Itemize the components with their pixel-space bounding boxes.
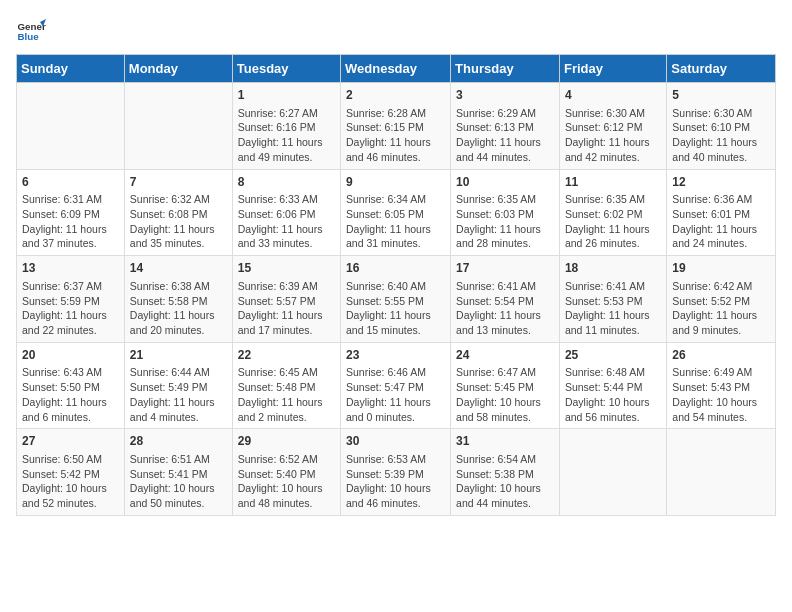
- day-info: Sunrise: 6:45 AM Sunset: 5:48 PM Dayligh…: [238, 365, 335, 424]
- day-info: Sunrise: 6:52 AM Sunset: 5:40 PM Dayligh…: [238, 452, 335, 511]
- calendar-cell: 22Sunrise: 6:45 AM Sunset: 5:48 PM Dayli…: [232, 342, 340, 429]
- calendar-cell: 9Sunrise: 6:34 AM Sunset: 6:05 PM Daylig…: [341, 169, 451, 256]
- day-number: 17: [456, 260, 554, 277]
- day-info: Sunrise: 6:54 AM Sunset: 5:38 PM Dayligh…: [456, 452, 554, 511]
- day-info: Sunrise: 6:47 AM Sunset: 5:45 PM Dayligh…: [456, 365, 554, 424]
- day-number: 5: [672, 87, 770, 104]
- day-number: 24: [456, 347, 554, 364]
- day-number: 11: [565, 174, 661, 191]
- day-number: 16: [346, 260, 445, 277]
- calendar-cell: [17, 83, 125, 170]
- day-info: Sunrise: 6:35 AM Sunset: 6:03 PM Dayligh…: [456, 192, 554, 251]
- calendar-cell: 10Sunrise: 6:35 AM Sunset: 6:03 PM Dayli…: [451, 169, 560, 256]
- day-number: 2: [346, 87, 445, 104]
- day-info: Sunrise: 6:28 AM Sunset: 6:15 PM Dayligh…: [346, 106, 445, 165]
- day-number: 9: [346, 174, 445, 191]
- day-info: Sunrise: 6:30 AM Sunset: 6:10 PM Dayligh…: [672, 106, 770, 165]
- calendar-cell: 4Sunrise: 6:30 AM Sunset: 6:12 PM Daylig…: [559, 83, 666, 170]
- day-info: Sunrise: 6:40 AM Sunset: 5:55 PM Dayligh…: [346, 279, 445, 338]
- calendar-cell: 29Sunrise: 6:52 AM Sunset: 5:40 PM Dayli…: [232, 429, 340, 516]
- day-info: Sunrise: 6:50 AM Sunset: 5:42 PM Dayligh…: [22, 452, 119, 511]
- day-number: 23: [346, 347, 445, 364]
- day-info: Sunrise: 6:41 AM Sunset: 5:53 PM Dayligh…: [565, 279, 661, 338]
- day-number: 22: [238, 347, 335, 364]
- calendar-table: SundayMondayTuesdayWednesdayThursdayFrid…: [16, 54, 776, 516]
- day-number: 15: [238, 260, 335, 277]
- day-number: 25: [565, 347, 661, 364]
- day-number: 4: [565, 87, 661, 104]
- day-info: Sunrise: 6:31 AM Sunset: 6:09 PM Dayligh…: [22, 192, 119, 251]
- calendar-cell: 26Sunrise: 6:49 AM Sunset: 5:43 PM Dayli…: [667, 342, 776, 429]
- day-number: 20: [22, 347, 119, 364]
- column-header-saturday: Saturday: [667, 55, 776, 83]
- day-number: 29: [238, 433, 335, 450]
- page-header: General Blue: [16, 16, 776, 46]
- day-info: Sunrise: 6:33 AM Sunset: 6:06 PM Dayligh…: [238, 192, 335, 251]
- calendar-cell: 2Sunrise: 6:28 AM Sunset: 6:15 PM Daylig…: [341, 83, 451, 170]
- calendar-cell: 24Sunrise: 6:47 AM Sunset: 5:45 PM Dayli…: [451, 342, 560, 429]
- calendar-cell: 17Sunrise: 6:41 AM Sunset: 5:54 PM Dayli…: [451, 256, 560, 343]
- calendar-cell: 8Sunrise: 6:33 AM Sunset: 6:06 PM Daylig…: [232, 169, 340, 256]
- day-info: Sunrise: 6:38 AM Sunset: 5:58 PM Dayligh…: [130, 279, 227, 338]
- calendar-cell: 25Sunrise: 6:48 AM Sunset: 5:44 PM Dayli…: [559, 342, 666, 429]
- svg-text:Blue: Blue: [18, 31, 40, 42]
- day-number: 6: [22, 174, 119, 191]
- calendar-cell: [667, 429, 776, 516]
- calendar-cell: 6Sunrise: 6:31 AM Sunset: 6:09 PM Daylig…: [17, 169, 125, 256]
- day-number: 28: [130, 433, 227, 450]
- calendar-cell: 1Sunrise: 6:27 AM Sunset: 6:16 PM Daylig…: [232, 83, 340, 170]
- day-info: Sunrise: 6:48 AM Sunset: 5:44 PM Dayligh…: [565, 365, 661, 424]
- calendar-cell: 23Sunrise: 6:46 AM Sunset: 5:47 PM Dayli…: [341, 342, 451, 429]
- day-number: 26: [672, 347, 770, 364]
- calendar-cell: 5Sunrise: 6:30 AM Sunset: 6:10 PM Daylig…: [667, 83, 776, 170]
- calendar-week-row: 13Sunrise: 6:37 AM Sunset: 5:59 PM Dayli…: [17, 256, 776, 343]
- day-info: Sunrise: 6:27 AM Sunset: 6:16 PM Dayligh…: [238, 106, 335, 165]
- day-info: Sunrise: 6:53 AM Sunset: 5:39 PM Dayligh…: [346, 452, 445, 511]
- calendar-week-row: 20Sunrise: 6:43 AM Sunset: 5:50 PM Dayli…: [17, 342, 776, 429]
- column-header-thursday: Thursday: [451, 55, 560, 83]
- day-number: 7: [130, 174, 227, 191]
- calendar-header-row: SundayMondayTuesdayWednesdayThursdayFrid…: [17, 55, 776, 83]
- day-number: 13: [22, 260, 119, 277]
- day-number: 10: [456, 174, 554, 191]
- calendar-cell: 28Sunrise: 6:51 AM Sunset: 5:41 PM Dayli…: [124, 429, 232, 516]
- day-info: Sunrise: 6:42 AM Sunset: 5:52 PM Dayligh…: [672, 279, 770, 338]
- day-info: Sunrise: 6:34 AM Sunset: 6:05 PM Dayligh…: [346, 192, 445, 251]
- day-info: Sunrise: 6:51 AM Sunset: 5:41 PM Dayligh…: [130, 452, 227, 511]
- calendar-week-row: 6Sunrise: 6:31 AM Sunset: 6:09 PM Daylig…: [17, 169, 776, 256]
- calendar-cell: 16Sunrise: 6:40 AM Sunset: 5:55 PM Dayli…: [341, 256, 451, 343]
- calendar-cell: 11Sunrise: 6:35 AM Sunset: 6:02 PM Dayli…: [559, 169, 666, 256]
- calendar-cell: 21Sunrise: 6:44 AM Sunset: 5:49 PM Dayli…: [124, 342, 232, 429]
- calendar-cell: [124, 83, 232, 170]
- day-info: Sunrise: 6:32 AM Sunset: 6:08 PM Dayligh…: [130, 192, 227, 251]
- day-number: 30: [346, 433, 445, 450]
- calendar-cell: 19Sunrise: 6:42 AM Sunset: 5:52 PM Dayli…: [667, 256, 776, 343]
- column-header-friday: Friday: [559, 55, 666, 83]
- calendar-week-row: 27Sunrise: 6:50 AM Sunset: 5:42 PM Dayli…: [17, 429, 776, 516]
- day-info: Sunrise: 6:30 AM Sunset: 6:12 PM Dayligh…: [565, 106, 661, 165]
- calendar-cell: 20Sunrise: 6:43 AM Sunset: 5:50 PM Dayli…: [17, 342, 125, 429]
- calendar-cell: 27Sunrise: 6:50 AM Sunset: 5:42 PM Dayli…: [17, 429, 125, 516]
- logo: General Blue: [16, 16, 46, 46]
- logo-icon: General Blue: [16, 16, 46, 46]
- day-info: Sunrise: 6:49 AM Sunset: 5:43 PM Dayligh…: [672, 365, 770, 424]
- calendar-cell: 3Sunrise: 6:29 AM Sunset: 6:13 PM Daylig…: [451, 83, 560, 170]
- day-number: 31: [456, 433, 554, 450]
- day-number: 12: [672, 174, 770, 191]
- calendar-cell: 13Sunrise: 6:37 AM Sunset: 5:59 PM Dayli…: [17, 256, 125, 343]
- column-header-sunday: Sunday: [17, 55, 125, 83]
- calendar-cell: 15Sunrise: 6:39 AM Sunset: 5:57 PM Dayli…: [232, 256, 340, 343]
- day-number: 19: [672, 260, 770, 277]
- calendar-cell: 12Sunrise: 6:36 AM Sunset: 6:01 PM Dayli…: [667, 169, 776, 256]
- calendar-cell: 31Sunrise: 6:54 AM Sunset: 5:38 PM Dayli…: [451, 429, 560, 516]
- day-info: Sunrise: 6:35 AM Sunset: 6:02 PM Dayligh…: [565, 192, 661, 251]
- day-info: Sunrise: 6:41 AM Sunset: 5:54 PM Dayligh…: [456, 279, 554, 338]
- calendar-week-row: 1Sunrise: 6:27 AM Sunset: 6:16 PM Daylig…: [17, 83, 776, 170]
- day-info: Sunrise: 6:44 AM Sunset: 5:49 PM Dayligh…: [130, 365, 227, 424]
- day-number: 14: [130, 260, 227, 277]
- day-number: 1: [238, 87, 335, 104]
- day-number: 27: [22, 433, 119, 450]
- calendar-cell: 30Sunrise: 6:53 AM Sunset: 5:39 PM Dayli…: [341, 429, 451, 516]
- day-info: Sunrise: 6:46 AM Sunset: 5:47 PM Dayligh…: [346, 365, 445, 424]
- column-header-tuesday: Tuesday: [232, 55, 340, 83]
